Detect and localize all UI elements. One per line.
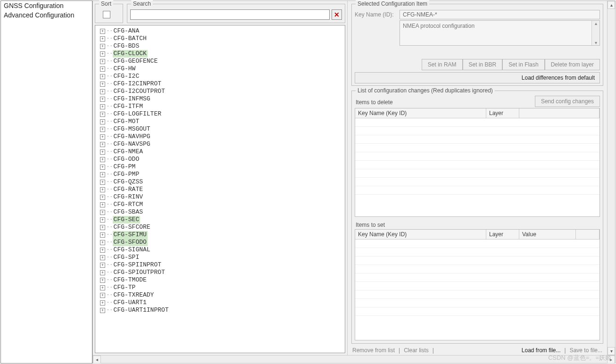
expand-icon[interactable]: + xyxy=(100,248,105,253)
scroll-down-icon[interactable]: ▾ xyxy=(608,347,615,355)
tree-item[interactable]: +··CFG-BATCH xyxy=(96,35,344,42)
tree-item[interactable]: +··CFG-RTCM xyxy=(96,201,344,208)
expand-icon[interactable]: + xyxy=(100,29,105,34)
tree-item[interactable]: +··CFG-I2C xyxy=(96,73,344,80)
expand-icon[interactable]: + xyxy=(100,202,105,207)
tree-item[interactable]: +··CFG-INFMSG xyxy=(96,95,344,103)
tree-item[interactable]: +··CFG-MOT xyxy=(96,118,344,125)
tree-item[interactable]: +··CFG-TXREADY xyxy=(96,291,344,299)
tree-item[interactable]: +··CFG-HW xyxy=(96,65,344,73)
tree-item[interactable]: +··CFG-NAVSPG xyxy=(96,141,344,148)
tree-item[interactable]: +··CFG-SEC xyxy=(96,216,344,223)
save-to-file-button[interactable]: Save to file... xyxy=(570,347,602,354)
del-col-layer[interactable]: Layer xyxy=(486,108,519,118)
tree-item[interactable]: +··CFG-TMODE xyxy=(96,276,344,284)
expand-icon[interactable]: + xyxy=(100,82,105,87)
expand-icon[interactable]: + xyxy=(100,255,105,260)
tree-item[interactable]: +··CFG-CLOCK xyxy=(96,50,344,58)
tree-item[interactable]: +··CFG-SFIMU xyxy=(96,231,344,239)
expand-icon[interactable]: + xyxy=(100,59,105,64)
tree-item[interactable]: +··CFG-PM xyxy=(96,163,344,171)
tree-item[interactable]: +··CFG-ANA xyxy=(96,27,344,35)
expand-icon[interactable]: + xyxy=(100,217,105,223)
del-col-key[interactable]: Key Name (Key ID) xyxy=(355,108,486,118)
set-col-layer[interactable]: Layer xyxy=(486,230,519,239)
scroll-up-icon[interactable]: ▴ xyxy=(608,1,615,9)
load-from-file-button[interactable]: Load from file... xyxy=(522,347,561,354)
tree-item[interactable]: +··CFG-I2COUTPROT xyxy=(96,88,344,95)
expand-icon[interactable]: + xyxy=(100,240,105,245)
tree-item[interactable]: +··CFG-SPI xyxy=(96,254,344,261)
set-col-value[interactable]: Value xyxy=(519,230,576,239)
tree-item[interactable]: +··CFG-SPIOUTPROT xyxy=(96,269,344,276)
sort-checkbox[interactable] xyxy=(103,11,110,18)
expand-icon[interactable]: + xyxy=(100,97,105,102)
remove-from-list-button[interactable]: Remove from list xyxy=(352,347,395,354)
load-diff-button[interactable]: Load differences from default xyxy=(355,72,600,83)
tree-item[interactable]: +··CFG-NMEA xyxy=(96,148,344,156)
desc-scrollbar[interactable]: ▴▾ xyxy=(591,21,599,45)
expand-icon[interactable]: + xyxy=(100,285,105,290)
set-in-ram-button[interactable]: Set in RAM xyxy=(422,59,463,70)
tree-item[interactable]: +··CFG-UART1 xyxy=(96,299,344,306)
set-table[interactable]: Key Name (Key ID) Layer Value xyxy=(355,229,600,341)
expand-icon[interactable]: + xyxy=(100,195,105,200)
expand-icon[interactable]: + xyxy=(100,119,105,124)
expand-icon[interactable]: + xyxy=(100,149,105,155)
scroll-right-icon[interactable]: ▸ xyxy=(607,356,615,364)
tree-item[interactable]: +··CFG-MSGOUT xyxy=(96,125,344,133)
outer-horizontal-scrollbar[interactable]: ◂ ▸ xyxy=(93,355,615,363)
delete-from-layer-button[interactable]: Delete from layer xyxy=(545,59,600,70)
tree-item[interactable]: +··CFG-SIGNAL xyxy=(96,246,344,254)
expand-icon[interactable]: + xyxy=(100,263,105,268)
delete-table[interactable]: Key Name (Key ID) Layer xyxy=(355,108,600,217)
sidebar-item-advanced[interactable]: Advanced Configuration xyxy=(1,10,92,20)
expand-icon[interactable]: + xyxy=(100,89,105,94)
clear-search-button[interactable]: ✕ xyxy=(332,9,342,20)
set-col-key[interactable]: Key Name (Key ID) xyxy=(355,230,486,239)
tree-item[interactable]: +··CFG-RATE xyxy=(96,186,344,193)
expand-icon[interactable]: + xyxy=(100,225,105,230)
expand-icon[interactable]: + xyxy=(100,112,105,117)
send-config-button[interactable]: Send config changes xyxy=(535,96,600,107)
expand-icon[interactable]: + xyxy=(100,157,105,162)
expand-icon[interactable]: + xyxy=(100,300,105,306)
expand-icon[interactable]: + xyxy=(100,232,105,238)
tree-item[interactable]: +··CFG-ITFM xyxy=(96,103,344,110)
expand-icon[interactable]: + xyxy=(100,44,105,49)
tree-item[interactable]: +··CFG-I2CINPROT xyxy=(96,80,344,88)
expand-icon[interactable]: + xyxy=(100,127,105,132)
outer-vertical-scrollbar[interactable]: ▴ ▾ xyxy=(607,1,615,355)
tree-item[interactable]: +··CFG-SFODO xyxy=(96,239,344,246)
config-tree[interactable]: +··CFG-ANA+··CFG-BATCH+··CFG-BDS+··CFG-C… xyxy=(95,25,345,353)
expand-icon[interactable]: + xyxy=(100,270,105,275)
scroll-left-icon[interactable]: ◂ xyxy=(93,356,101,364)
tree-item[interactable]: +··CFG-LOGFILTER xyxy=(96,110,344,118)
tree-item[interactable]: +··CFG-BDS xyxy=(96,42,344,50)
sidebar-item-gnss[interactable]: GNSS Configuration xyxy=(1,1,92,10)
expand-icon[interactable]: + xyxy=(100,74,105,79)
search-input[interactable] xyxy=(130,9,330,20)
tree-item[interactable]: +··CFG-UART1INPROT xyxy=(96,306,344,314)
tree-item[interactable]: +··CFG-RINV xyxy=(96,193,344,201)
expand-icon[interactable]: + xyxy=(100,36,105,41)
expand-icon[interactable]: + xyxy=(100,187,105,192)
expand-icon[interactable]: + xyxy=(100,308,105,313)
tree-item[interactable]: +··CFG-SFCORE xyxy=(96,223,344,231)
tree-item[interactable]: +··CFG-SBAS xyxy=(96,208,344,216)
expand-icon[interactable]: + xyxy=(100,293,105,298)
expand-icon[interactable]: + xyxy=(100,278,105,283)
tree-item[interactable]: +··CFG-NAVHPG xyxy=(96,133,344,141)
expand-icon[interactable]: + xyxy=(100,180,105,185)
expand-icon[interactable]: + xyxy=(100,66,105,72)
expand-icon[interactable]: + xyxy=(100,134,105,140)
expand-icon[interactable]: + xyxy=(100,172,105,177)
expand-icon[interactable]: + xyxy=(100,51,105,57)
expand-icon[interactable]: + xyxy=(100,104,105,109)
tree-item[interactable]: +··CFG-GEOFENCE xyxy=(96,58,344,65)
set-in-flash-button[interactable]: Set in Flash xyxy=(502,59,544,70)
expand-icon[interactable]: + xyxy=(100,142,105,147)
tree-item[interactable]: +··CFG-SPIINPROT xyxy=(96,261,344,269)
tree-item[interactable]: +··CFG-QZSS xyxy=(96,178,344,186)
clear-lists-button[interactable]: Clear lists xyxy=(404,347,429,354)
